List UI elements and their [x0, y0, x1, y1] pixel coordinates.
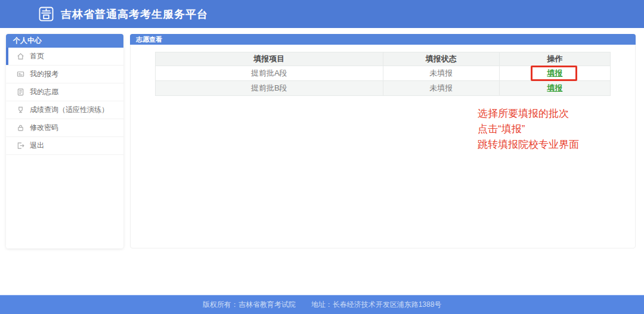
annotation-line: 选择所要填报的批次 [478, 106, 579, 122]
panel-title: 志愿查看 [130, 34, 636, 45]
table-header-row: 填报项目 填报状态 操作 [156, 52, 611, 66]
sidebar-item-home[interactable]: 首页 [6, 48, 123, 66]
page-body: 个人中心 首页 我的报考 我的志愿 [0, 28, 644, 295]
page-title: 吉林省普通高考考生服务平台 [61, 7, 208, 21]
column-header-project: 填报项目 [156, 52, 383, 66]
wishlist-document-icon [17, 88, 24, 96]
column-header-status: 填报状态 [383, 52, 499, 66]
table-row: 提前批A段 未填报 填报 [156, 66, 611, 81]
sidebar-item-score-query[interactable]: 成绩查询（适应性演练） [6, 101, 123, 119]
content-panel: 志愿查看 填报项目 填报状态 操作 提前批A段 未填报 填报 [130, 34, 636, 248]
instruction-annotation: 选择所要填报的批次 点击“填报” 跳转填报院校专业界面 [478, 106, 579, 153]
annotation-line: 跳转填报院校专业界面 [478, 137, 579, 153]
report-card-icon [17, 70, 24, 78]
sidebar-item-my-application[interactable]: 我的报考 [6, 66, 123, 83]
batch-name-cell: 提前批A段 [156, 66, 383, 81]
sidebar: 个人中心 首页 我的报考 我的志愿 [6, 34, 123, 248]
sidebar-item-label: 成绩查询（适应性演练） [30, 105, 109, 115]
preference-table: 填报项目 填报状态 操作 提前批A段 未填报 填报 提前批B段 未填报 [155, 52, 611, 96]
copyright-text: 版权所有：吉林省教育考试院 [203, 300, 296, 310]
action-cell: 填报 [499, 66, 610, 81]
batch-name-cell: 提前批B段 [156, 81, 383, 96]
action-cell: 填报 [499, 81, 610, 96]
lock-icon [17, 124, 24, 132]
status-cell: 未填报 [383, 81, 499, 96]
sidebar-item-change-password[interactable]: 修改密码 [6, 119, 123, 137]
sidebar-item-label: 修改密码 [30, 123, 58, 133]
home-icon [17, 52, 24, 60]
sidebar-title: 个人中心 [6, 34, 123, 48]
status-cell: 未填报 [383, 66, 499, 81]
annotation-line: 点击“填报” [478, 122, 579, 137]
sidebar-item-label: 我的志愿 [30, 87, 58, 97]
fill-in-link[interactable]: 填报 [547, 83, 562, 92]
sidebar-item-label: 我的报考 [30, 69, 58, 79]
sidebar-item-my-preferences[interactable]: 我的志愿 [6, 83, 123, 101]
sidebar-item-logout[interactable]: 退出 [6, 137, 123, 155]
column-header-action: 操作 [499, 52, 610, 66]
platform-logo-icon [38, 6, 54, 22]
score-query-icon [17, 106, 24, 114]
sidebar-menu: 首页 我的报考 我的志愿 成绩查询（适应性演练） [6, 48, 123, 155]
sidebar-item-label: 退出 [30, 141, 44, 151]
table-row: 提前批B段 未填报 填报 [156, 81, 611, 96]
address-text: 地址：长春经济技术开发区浦东路1388号 [311, 300, 442, 310]
top-header: 吉林省普通高考考生服务平台 [0, 0, 644, 28]
sidebar-item-label: 首页 [30, 51, 44, 61]
page-footer: 版权所有：吉林省教育考试院 地址：长春经济技术开发区浦东路1388号 [0, 295, 644, 314]
logout-icon [17, 142, 24, 150]
fill-in-link[interactable]: 填报 [547, 69, 562, 77]
